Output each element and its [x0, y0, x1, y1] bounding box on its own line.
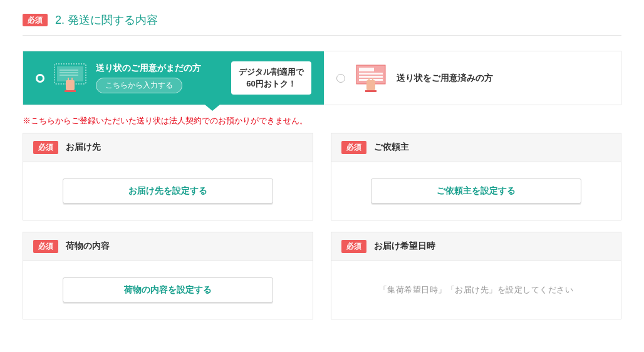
slip-paper-icon	[354, 61, 388, 95]
discount-callout: デジタル割適用で 60円おトク！	[231, 61, 311, 94]
card-delivery-date-header: 必須 お届け希望日時	[331, 232, 621, 261]
card-destination-title: お届け先	[66, 142, 101, 153]
svg-rect-14	[366, 80, 375, 90]
svg-rect-15	[368, 78, 370, 81]
svg-rect-16	[372, 78, 373, 81]
svg-rect-12	[359, 76, 383, 78]
svg-rect-8	[65, 90, 76, 92]
enter-here-button[interactable]: こちらから入力する	[96, 78, 182, 93]
section-title: 2. 発送に関する内容	[55, 13, 158, 28]
required-badge: 必須	[33, 240, 58, 253]
slip-form-icon	[53, 61, 87, 95]
corporate-contract-notice: ※こちらからご登録いただいた送り状は法人契約でのお預かりができません。	[23, 115, 621, 127]
svg-rect-17	[365, 90, 377, 92]
card-delivery-date-body: 「集荷希望日時」「お届け先」を設定してください	[331, 261, 621, 319]
tab-slip-ready[interactable]: 送り状をご用意済みの方	[324, 51, 621, 105]
radio-unselected-icon	[336, 74, 345, 83]
tab-right-title: 送り状をご用意済みの方	[397, 73, 493, 84]
card-contents-title: 荷物の内容	[66, 241, 110, 252]
card-contents-header: 必須 荷物の内容	[23, 232, 313, 261]
svg-rect-10	[359, 68, 374, 71]
set-contents-button[interactable]: 荷物の内容を設定する	[63, 277, 273, 303]
card-requester-body: ご依頼主を設定する	[331, 162, 621, 220]
discount-line2: 60円おトク！	[239, 78, 304, 90]
card-requester-title: ご依頼主	[374, 142, 409, 153]
required-badge: 必須	[33, 141, 58, 154]
card-destination: 必須 お届け先 お届け先を設定する	[23, 133, 313, 220]
radio-selected-icon	[36, 74, 44, 83]
svg-rect-5	[66, 80, 75, 90]
tab-left-title: 送り状のご用意がまだの方	[96, 63, 201, 74]
delivery-date-placeholder: 「集荷希望日時」「お届け先」を設定してください	[379, 284, 574, 296]
required-badge: 必須	[23, 14, 48, 27]
svg-rect-7	[71, 78, 73, 81]
active-tab-arrow-icon	[205, 105, 220, 111]
card-destination-header: 必須 お届け先	[23, 133, 313, 162]
card-delivery-date: 必須 お届け希望日時 「集荷希望日時」「お届け先」を設定してください	[331, 232, 621, 319]
set-requester-button[interactable]: ご依頼主を設定する	[371, 179, 581, 204]
card-requester: 必須 ご依頼主 ご依頼主を設定する	[331, 133, 621, 220]
section-header: 必須 2. 発送に関する内容	[23, 13, 621, 36]
card-delivery-date-title: お届け希望日時	[374, 241, 435, 252]
required-badge: 必須	[341, 240, 366, 253]
card-destination-body: お届け先を設定する	[23, 162, 313, 220]
shipping-slip-tabs: 送り状のご用意がまだの方 こちらから入力する デジタル割適用で 60円おトク！ …	[23, 51, 621, 105]
tab-left-text: 送り状のご用意がまだの方 こちらから入力する	[96, 63, 201, 93]
svg-rect-1	[57, 66, 83, 81]
required-badge: 必須	[341, 141, 366, 154]
settings-cards: 必須 お届け先 お届け先を設定する 必須 ご依頼主 ご依頼主を設定する 必須 荷…	[23, 133, 621, 319]
svg-rect-6	[68, 78, 69, 81]
card-contents-body: 荷物の内容を設定する	[23, 261, 313, 319]
discount-line1: デジタル割適用で	[239, 66, 304, 78]
tab-slip-not-ready[interactable]: 送り状のご用意がまだの方 こちらから入力する デジタル割適用で 60円おトク！	[23, 51, 324, 105]
set-destination-button[interactable]: お届け先を設定する	[63, 179, 273, 204]
card-contents: 必須 荷物の内容 荷物の内容を設定する	[23, 232, 313, 319]
card-requester-header: 必須 ご依頼主	[331, 133, 621, 162]
svg-rect-11	[359, 73, 383, 75]
